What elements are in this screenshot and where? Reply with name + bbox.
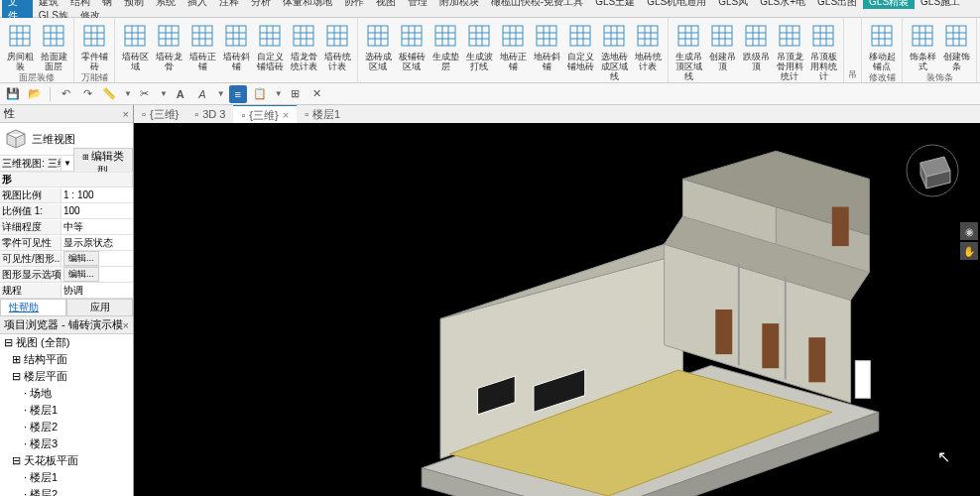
properties-close-icon[interactable]: × xyxy=(123,108,129,120)
ribbon-button[interactable]: 拾面建面层 xyxy=(38,20,69,71)
property-row[interactable]: 视图比例1 : 100 xyxy=(0,187,133,203)
paste-icon[interactable]: 📋 xyxy=(251,85,269,103)
menu-tab-7[interactable]: 分析 xyxy=(245,0,277,9)
ribbon-button[interactable]: 墙砖龙骨 xyxy=(153,20,184,71)
ribbon-button[interactable]: 墙龙骨统计表 xyxy=(288,20,319,71)
tree-item[interactable]: · 场地 xyxy=(0,385,133,402)
menu-tab-18[interactable]: GLS出图 xyxy=(811,0,863,9)
redo-icon[interactable]: ↷ xyxy=(78,85,96,103)
undo-icon[interactable]: ↶ xyxy=(57,85,74,103)
ribbon-button[interactable]: 吊顶板用料统计 xyxy=(807,20,839,81)
edit-button[interactable]: 编辑... xyxy=(63,251,99,266)
measure-icon[interactable]: 📏 xyxy=(100,85,118,103)
ribbon-button[interactable]: 墙砖统计表 xyxy=(321,20,353,71)
apply-button[interactable]: 应用 xyxy=(66,299,133,316)
menu-tab-9[interactable]: 协作 xyxy=(338,0,370,9)
view-tab-label: 楼层1 xyxy=(312,107,340,122)
tree-item[interactable]: ⊟ 天花板平面 xyxy=(0,452,133,469)
property-row[interactable]: 可见性/图形...编辑... xyxy=(0,251,133,267)
property-value[interactable]: 中等 xyxy=(61,220,133,234)
ribbon-button[interactable]: 跌级吊顶 xyxy=(740,20,772,81)
tree-item[interactable]: · 楼层2 xyxy=(0,419,133,435)
property-value[interactable]: 显示原状态 xyxy=(61,236,133,250)
tree-item[interactable]: ⊟ 视图 (全部) xyxy=(0,334,133,351)
text-icon[interactable]: A xyxy=(172,85,189,103)
ribbon-button[interactable]: 墙砖区域 xyxy=(119,20,151,71)
property-row[interactable]: 规程协调 xyxy=(0,283,133,299)
property-value[interactable]: 100 xyxy=(61,205,133,216)
tools-icon[interactable]: ⊞ xyxy=(287,85,305,103)
property-row[interactable]: 零件可见性显示原状态 xyxy=(0,235,133,251)
menu-tab-17[interactable]: GLS水+电 xyxy=(754,0,811,9)
ribbon-button[interactable]: 创建吊顶 xyxy=(706,20,738,81)
view-tab-close-icon[interactable]: × xyxy=(283,109,289,121)
property-row[interactable]: 比例值 1:100 xyxy=(0,203,133,219)
svg-rect-65 xyxy=(469,26,489,46)
viewcube[interactable] xyxy=(905,143,960,198)
menu-tab-19[interactable]: GLS精装 xyxy=(863,0,915,9)
menu-tab-12[interactable]: 附加模块 xyxy=(433,0,485,9)
view-tab[interactable]: ▫{三维}× xyxy=(233,105,297,125)
menu-tab-4[interactable]: 系统 xyxy=(150,0,182,9)
ribbon-button[interactable]: 饰条样式 xyxy=(907,20,938,71)
property-row[interactable]: 图形显示选项编辑... xyxy=(0,267,133,283)
view-tab[interactable]: ▫楼层1 xyxy=(297,105,348,124)
open-icon[interactable]: 📂 xyxy=(26,85,44,103)
menu-tab-3[interactable]: 预制 xyxy=(118,0,150,9)
ribbon-button[interactable]: 选地砖成区域线 xyxy=(598,20,630,81)
tree-item[interactable]: · 楼层2 xyxy=(0,486,133,496)
view-selector[interactable]: 三维视图: 三维 xyxy=(0,157,61,171)
view-tab[interactable]: ▫{三维} xyxy=(134,105,186,124)
view-tab[interactable]: ▫3D 3 xyxy=(186,106,233,122)
menu-tab-5[interactable]: 插入 xyxy=(182,0,213,9)
menu-tab-11[interactable]: 管理 xyxy=(402,0,433,9)
ribbon-button[interactable]: 地砖正铺 xyxy=(497,20,529,81)
edit-button[interactable]: 编辑... xyxy=(63,267,99,282)
section-icon[interactable]: ✂ xyxy=(136,85,154,103)
ribbon-button[interactable]: 创建饰条 xyxy=(940,20,972,71)
property-row[interactable]: 详细程度中等 xyxy=(0,219,133,235)
save-icon[interactable]: 💾 xyxy=(4,85,22,103)
menu-tab-10[interactable]: 视图 xyxy=(370,0,402,9)
ribbon-button[interactable]: 地砖统计表 xyxy=(632,20,664,81)
view-icon[interactable]: ≡ xyxy=(229,85,247,103)
font-icon[interactable]: A xyxy=(193,85,211,103)
ribbon-button[interactable]: 生成波打线 xyxy=(463,20,495,81)
menu-tab-16[interactable]: GLS风 xyxy=(712,0,754,9)
3d-canvas[interactable]: ◉ ✋ ↖ xyxy=(134,123,980,496)
nav-tool-icon[interactable]: ◉ xyxy=(960,222,978,240)
tree-item[interactable]: · 楼层1 xyxy=(0,469,133,486)
property-value[interactable]: 编辑... xyxy=(61,251,133,266)
tree-item[interactable]: · 楼层3 xyxy=(0,435,133,452)
tree-item[interactable]: ⊞ 结构平面 xyxy=(0,351,133,368)
ribbon-button[interactable]: 生成吊顶区域线 xyxy=(673,20,704,81)
tree-item[interactable]: ⊟ 楼层平面 xyxy=(0,368,133,385)
menu-tab-13[interactable]: 橄榄山快模-免费工具 xyxy=(485,0,589,9)
pan-tool-icon[interactable]: ✋ xyxy=(960,242,978,260)
tree-item[interactable]: · 楼层1 xyxy=(0,402,133,419)
ribbon-button[interactable]: 吊顶龙骨用料统计 xyxy=(774,20,805,81)
property-value[interactable]: 1 : 100 xyxy=(61,189,133,200)
ribbon-button[interactable]: 地砖斜铺 xyxy=(531,20,562,81)
menu-tab-20[interactable]: GLS施工 xyxy=(915,0,966,9)
menu-tab-6[interactable]: 注释 xyxy=(213,0,245,9)
help-link[interactable]: 性帮助 xyxy=(0,299,66,316)
ribbon-button[interactable]: 生成垫层 xyxy=(429,20,461,81)
ribbon-button[interactable]: 板铺砖区域 xyxy=(396,20,428,81)
browser-close-icon[interactable]: × xyxy=(123,319,129,331)
property-value[interactable]: 编辑... xyxy=(61,267,133,282)
ribbon-button[interactable]: 零件铺砖 xyxy=(78,20,110,71)
menu-tab-15[interactable]: GLS机电通用 xyxy=(641,0,712,9)
property-value[interactable]: 协调 xyxy=(61,284,133,298)
ribbon-button[interactable]: 自定义铺墙砖 xyxy=(254,20,286,71)
close-icon[interactable]: ✕ xyxy=(308,85,326,103)
ribbon-button[interactable]: 墙砖斜铺 xyxy=(220,20,252,71)
svg-rect-120 xyxy=(872,26,892,46)
ribbon-button[interactable]: 移动起铺点 xyxy=(866,20,898,71)
menu-tab-8[interactable]: 体量和场地 xyxy=(277,0,338,9)
ribbon-button[interactable]: 房间粗装 xyxy=(4,20,36,71)
menu-tab-14[interactable]: GLS土建 xyxy=(589,0,641,9)
ribbon-button[interactable]: 墙砖正铺 xyxy=(186,20,218,71)
ribbon-button[interactable]: 选砖成区域 xyxy=(362,20,394,81)
ribbon-button[interactable]: 自定义铺地砖 xyxy=(564,20,596,81)
